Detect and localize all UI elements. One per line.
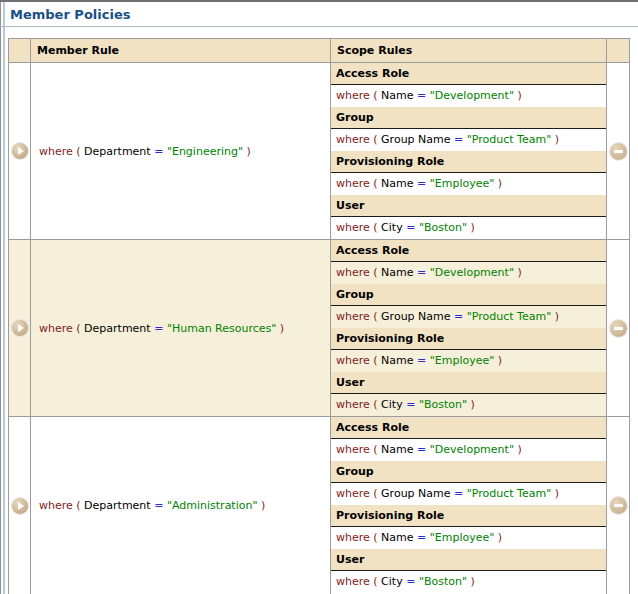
expand-row-button[interactable] <box>12 143 28 159</box>
clause-equals: = <box>414 531 430 544</box>
scope-rule-clause: where ( Name = "Development" ) <box>331 439 606 461</box>
scope-rule-clause: where ( Name = "Development" ) <box>331 262 606 284</box>
remove-row-button[interactable] <box>610 497 627 514</box>
clause-open-paren: ( <box>73 499 84 512</box>
clause-keyword: where <box>336 221 370 234</box>
clause-equals: = <box>414 354 430 367</box>
clause-close-paren: ) <box>467 398 475 411</box>
clause-close-paren: ) <box>514 443 522 456</box>
scope-section-header: Provisioning Role <box>331 328 606 350</box>
clause-value: "Product Team" <box>467 487 551 500</box>
clause-value: "Employee" <box>430 177 495 190</box>
clause-value: "Human Resources" <box>167 322 276 335</box>
clause-close-paren: ) <box>467 221 475 234</box>
scope-rule-clause: where ( Name = "Development" ) <box>331 85 606 107</box>
remove-cell <box>607 63 629 239</box>
clause-open-paren: ( <box>370 398 381 411</box>
policy-row: where ( Department = "Engineering" ) Acc… <box>9 63 629 240</box>
clause-close-paren: ) <box>494 354 502 367</box>
scope-rule-clause: where ( City = "Boston" ) <box>331 571 606 593</box>
clause-attribute: Department <box>84 145 151 158</box>
clause-attribute: Department <box>84 499 151 512</box>
clause-equals: = <box>151 322 167 335</box>
clause-attribute: Group Name <box>381 310 450 323</box>
clause-close-paren: ) <box>258 499 266 512</box>
scope-section-header: User <box>331 195 606 217</box>
remove-cell <box>607 417 629 594</box>
expand-cell <box>9 417 31 594</box>
window-left-edge-highlight <box>3 2 5 594</box>
member-rule-clause: where ( Department = "Human Resources" ) <box>39 322 284 335</box>
clause-keyword: where <box>336 398 370 411</box>
page-title: Member Policies <box>10 7 130 22</box>
header-scope-rules: Scope Rules <box>331 39 607 62</box>
scope-section-header: User <box>331 549 606 571</box>
member-policies-page: Member Policies Member Rule Scope Rules … <box>0 0 638 594</box>
window-left-edge <box>0 2 1 594</box>
clause-open-paren: ( <box>370 575 381 588</box>
scope-section-header: User <box>331 372 606 394</box>
window-top-edge <box>0 0 638 2</box>
clause-open-paren: ( <box>370 354 381 367</box>
scope-rule-clause: where ( Group Name = "Product Team" ) <box>331 306 606 328</box>
clause-keyword: where <box>336 443 370 456</box>
clause-close-paren: ) <box>551 487 559 500</box>
clause-keyword: where <box>39 322 73 335</box>
remove-row-button[interactable] <box>610 320 627 337</box>
clause-attribute: Name <box>381 443 413 456</box>
clause-value: "Engineering" <box>167 145 243 158</box>
clause-equals: = <box>403 221 419 234</box>
clause-equals: = <box>151 145 167 158</box>
expand-cell <box>9 240 31 416</box>
expand-row-button[interactable] <box>12 320 28 336</box>
scope-rule-clause: where ( Group Name = "Product Team" ) <box>331 483 606 505</box>
clause-open-paren: ( <box>370 531 381 544</box>
clause-open-paren: ( <box>370 177 381 190</box>
scope-rule-clause: where ( Name = "Employee" ) <box>331 173 606 195</box>
clause-value: "Employee" <box>430 354 495 367</box>
arrow-right-icon <box>18 147 24 155</box>
clause-equals: = <box>414 89 430 102</box>
member-rule-cell: where ( Department = "Human Resources" ) <box>31 240 331 416</box>
member-rule-clause: where ( Department = "Administration" ) <box>39 499 265 512</box>
minus-icon <box>614 504 623 507</box>
scope-rule-clause: where ( City = "Boston" ) <box>331 217 606 239</box>
clause-close-paren: ) <box>276 322 284 335</box>
header-member-rule: Member Rule <box>31 39 331 62</box>
clause-keyword: where <box>336 177 370 190</box>
clause-open-paren: ( <box>370 221 381 234</box>
scope-rule-clause: where ( Group Name = "Product Team" ) <box>331 129 606 151</box>
clause-attribute: Name <box>381 89 413 102</box>
clause-attribute: City <box>381 398 403 411</box>
expand-row-button[interactable] <box>12 498 28 514</box>
arrow-right-icon <box>18 502 24 510</box>
remove-row-button[interactable] <box>610 143 627 160</box>
clause-value: "Boston" <box>419 221 467 234</box>
clause-keyword: where <box>39 145 73 158</box>
expand-cell <box>9 63 31 239</box>
scope-section-header: Access Role <box>331 417 606 439</box>
scope-rule-clause: where ( City = "Boston" ) <box>331 394 606 416</box>
member-rule-cell: where ( Department = "Administration" ) <box>31 417 331 594</box>
policy-row: where ( Department = "Administration" ) … <box>9 417 629 594</box>
scope-rules-cell: Access Role where ( Name = "Development"… <box>331 240 607 416</box>
clause-equals: = <box>414 443 430 456</box>
clause-value: "Development" <box>430 443 514 456</box>
member-rule-cell: where ( Department = "Engineering" ) <box>31 63 331 239</box>
clause-open-paren: ( <box>370 133 381 146</box>
scope-rules-cell: Access Role where ( Name = "Development"… <box>331 417 607 594</box>
member-policies-table: Member Rule Scope Rules where ( Departme… <box>8 38 630 594</box>
scope-section-header: Group <box>331 107 606 129</box>
clause-value: "Employee" <box>430 531 495 544</box>
header-expand-column <box>9 39 31 62</box>
policy-row: where ( Department = "Human Resources" )… <box>9 240 629 417</box>
remove-cell <box>607 240 629 416</box>
clause-attribute: City <box>381 221 403 234</box>
clause-attribute: City <box>381 575 403 588</box>
clause-keyword: where <box>336 354 370 367</box>
clause-open-paren: ( <box>73 322 84 335</box>
clause-open-paren: ( <box>370 487 381 500</box>
clause-keyword: where <box>336 89 370 102</box>
clause-close-paren: ) <box>514 89 522 102</box>
clause-keyword: where <box>336 310 370 323</box>
